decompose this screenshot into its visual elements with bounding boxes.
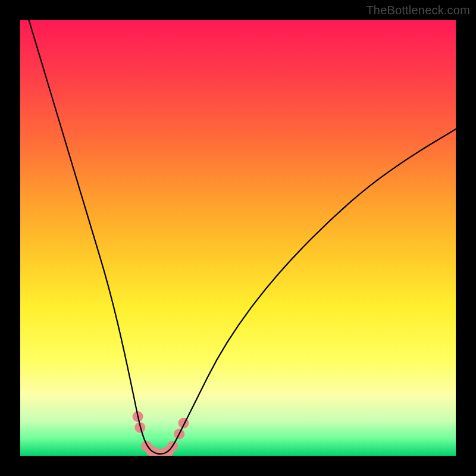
bottleneck-curve-svg [20,20,456,456]
data-marker [178,418,189,428]
watermark-text: TheBottleneck.com [366,4,470,17]
plot-area [20,20,456,456]
markers-group [133,411,189,456]
chart-frame: TheBottleneck.com [0,0,476,476]
bottleneck-curve-path [29,20,456,454]
